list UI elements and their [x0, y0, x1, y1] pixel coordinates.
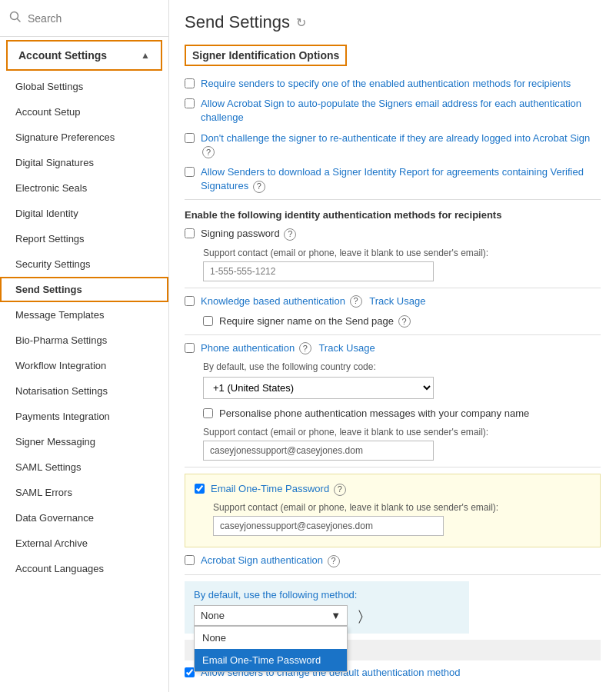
- account-settings-label: Account Settings: [18, 49, 107, 62]
- email-otp-checkbox[interactable]: [195, 484, 205, 494]
- dont-challenge-label: Don't challenge the signer to re-authent…: [201, 131, 601, 159]
- require-signer-name-row: Require signer name on the Send page ?: [203, 314, 601, 328]
- sidebar-item-send-settings[interactable]: Send Settings: [0, 277, 168, 302]
- signing-password-help-icon[interactable]: ?: [284, 228, 296, 241]
- email-otp-indent: Support contact (email or phone, leave i…: [213, 502, 591, 536]
- dropdown-option-none[interactable]: None: [195, 627, 347, 649]
- sidebar-item-report-settings[interactable]: Report Settings: [0, 226, 168, 251]
- sidebar-item-account-setup[interactable]: Account Setup: [0, 99, 168, 125]
- otp-section: Email One-Time Password ? Support contac…: [185, 474, 601, 547]
- sidebar-item-electronic-seals[interactable]: Electronic Seals: [0, 175, 168, 201]
- email-otp-link[interactable]: Email One-Time Password: [211, 483, 329, 494]
- signer-report-row: Allow Senders to download a Signer Ident…: [185, 165, 601, 193]
- personalise-phone-label: Personalise phone authentication message…: [219, 407, 529, 421]
- signer-id-label: Signer Identification Options: [192, 49, 339, 62]
- kba-row: Knowledge based authentication ? Track U…: [185, 294, 601, 308]
- phone-auth-indent: By default, use the following country co…: [203, 361, 601, 461]
- phone-auth-checkbox[interactable]: [185, 343, 195, 353]
- sidebar: Account Settings ▲ Global SettingsAccoun…: [0, 0, 169, 692]
- acrobat-sign-auth-label: Acrobat Sign authentication ?: [201, 554, 340, 567]
- sidebar-item-digital-signatures[interactable]: Digital Signatures: [0, 150, 168, 175]
- require-auth-checkbox[interactable]: [185, 78, 195, 88]
- search-icon: [9, 11, 22, 25]
- auto-populate-row: Allow Acrobat Sign to auto-populate the …: [185, 97, 601, 125]
- acrobat-sign-auth-checkbox[interactable]: [185, 555, 195, 565]
- dont-challenge-help-icon[interactable]: ?: [202, 146, 215, 158]
- signing-password-checkbox[interactable]: [185, 228, 195, 238]
- auto-populate-checkbox[interactable]: [185, 98, 195, 108]
- kba-indent: Require signer name on the Send page ?: [203, 314, 601, 328]
- country-dropdown[interactable]: +1 (United States)+44 (United Kingdom)+6…: [203, 377, 434, 399]
- sidebar-item-external-archive[interactable]: External Archive: [0, 531, 168, 556]
- default-country-label: By default, use the following country co…: [203, 361, 601, 372]
- sidebar-item-notarisation-settings[interactable]: Notarisation Settings: [0, 378, 168, 404]
- sidebar-item-data-governance[interactable]: Data Governance: [0, 505, 168, 531]
- personalise-phone-checkbox[interactable]: [203, 408, 213, 418]
- dropdown-option-email-otp[interactable]: Email One-Time Password: [195, 649, 347, 671]
- require-signer-name-checkbox[interactable]: [203, 316, 213, 326]
- sidebar-item-security-settings[interactable]: Security Settings: [0, 251, 168, 277]
- sidebar-item-workflow-integration[interactable]: Workflow Integration: [0, 353, 168, 378]
- phone-support-input[interactable]: [203, 441, 434, 461]
- page-title-area: Send Settings ↻: [185, 12, 601, 32]
- email-otp-label: Email One-Time Password ?: [211, 482, 346, 496]
- sidebar-item-message-templates[interactable]: Message Templates: [0, 302, 168, 328]
- email-otp-help-icon[interactable]: ?: [334, 484, 346, 496]
- default-method-dropdown-container: None ▼ None Email One-Time Password 〉: [194, 605, 348, 626]
- require-signer-name-label: Require signer name on the Send page ?: [219, 314, 411, 328]
- refresh-icon[interactable]: ↻: [296, 15, 306, 30]
- chevron-up-icon: ▲: [141, 50, 150, 61]
- chevron-down-icon: ▼: [331, 610, 341, 621]
- sidebar-item-signature-preferences[interactable]: Signature Preferences: [0, 125, 168, 150]
- sidebar-item-saml-settings[interactable]: SAML Settings: [0, 454, 168, 480]
- email-otp-support-label: Support contact (email or phone, leave i…: [213, 502, 591, 513]
- dont-challenge-row: Don't challenge the signer to re-authent…: [185, 131, 601, 159]
- sidebar-item-signer-messaging[interactable]: Signer Messaging: [0, 429, 168, 454]
- auto-populate-label: Allow Acrobat Sign to auto-populate the …: [201, 97, 601, 125]
- signer-id-section-box: Signer Identification Options: [185, 45, 347, 66]
- require-auth-row: Require senders to specify one of the en…: [185, 77, 601, 91]
- phone-track-usage-link[interactable]: Track Usage: [318, 342, 375, 354]
- acrobat-sign-auth-row: Acrobat Sign authentication ?: [185, 554, 601, 567]
- default-method-section: By default, use the following method: No…: [185, 581, 469, 634]
- search-bar[interactable]: [0, 0, 168, 37]
- kba-help-icon[interactable]: ?: [350, 295, 362, 308]
- sidebar-item-account-languages[interactable]: Account Languages: [0, 556, 168, 581]
- kba-link[interactable]: Knowledge based authentication: [201, 295, 345, 307]
- account-settings-item[interactable]: Account Settings ▲: [6, 40, 162, 71]
- signer-report-help-icon[interactable]: ?: [253, 181, 265, 193]
- phone-auth-label: Phone authentication ? Track Usage: [201, 341, 375, 355]
- cursor-hand-icon: 〉: [358, 608, 363, 624]
- require-signer-name-help-icon[interactable]: ?: [398, 315, 411, 328]
- phone-auth-help-icon[interactable]: ?: [299, 342, 311, 354]
- phone-auth-link[interactable]: Phone authentication: [201, 342, 295, 354]
- sidebar-item-bio-pharma-settings[interactable]: Bio-Pharma Settings: [0, 328, 168, 353]
- signing-password-label: Signing password ?: [201, 227, 296, 241]
- require-auth-label: Require senders to specify one of the en…: [201, 77, 571, 91]
- support-contact-input[interactable]: [203, 261, 434, 281]
- dont-challenge-checkbox[interactable]: [185, 133, 195, 143]
- signing-password-indent: Support contact (email or phone, leave i…: [203, 248, 601, 281]
- sidebar-item-saml-errors[interactable]: SAML Errors: [0, 480, 168, 505]
- personalise-phone-row: Personalise phone authentication message…: [203, 407, 601, 421]
- kba-label: Knowledge based authentication ? Track U…: [201, 294, 425, 308]
- default-method-dropdown-menu: None Email One-Time Password: [194, 626, 348, 672]
- default-method-current-value: None: [201, 610, 225, 621]
- email-otp-support-input[interactable]: [213, 516, 444, 536]
- sidebar-item-global-settings[interactable]: Global Settings: [0, 74, 168, 99]
- sidebar-item-payments-integration[interactable]: Payments Integration: [0, 404, 168, 429]
- identity-section-label: Enable the following identity authentica…: [185, 209, 601, 221]
- sidebar-item-digital-identity[interactable]: Digital Identity: [0, 201, 168, 226]
- page-title: Send Settings: [185, 12, 290, 32]
- default-method-title: By default, use the following method:: [194, 589, 460, 601]
- signer-report-checkbox[interactable]: [185, 167, 195, 177]
- acrobat-sign-auth-help-icon[interactable]: ?: [328, 555, 340, 567]
- search-input[interactable]: [28, 12, 159, 25]
- kba-checkbox[interactable]: [185, 296, 195, 306]
- default-method-dropdown-trigger[interactable]: None ▼: [194, 605, 348, 626]
- email-otp-row: Email One-Time Password ?: [195, 482, 591, 496]
- signer-report-label: Allow Senders to download a Signer Ident…: [201, 165, 601, 193]
- kba-track-usage-link[interactable]: Track Usage: [369, 295, 425, 307]
- main-content: Send Settings ↻ Signer Identification Op…: [169, 0, 616, 692]
- phone-auth-row: Phone authentication ? Track Usage: [185, 341, 601, 355]
